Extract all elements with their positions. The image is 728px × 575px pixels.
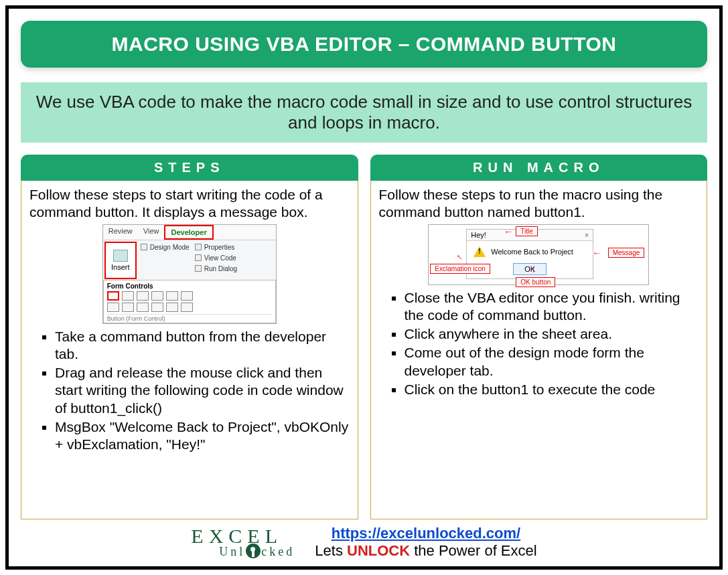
ribbon-tab-developer: Developer xyxy=(164,225,213,240)
tag-icon: Exclamation icon xyxy=(430,264,490,274)
msgbox-title: Hey! xyxy=(471,231,486,239)
columns: STEPS Follow these steps to start writin… xyxy=(21,155,707,519)
steps-column: STEPS Follow these steps to start writin… xyxy=(21,155,358,519)
ribbon-insert-button: Insert xyxy=(104,242,137,279)
footer-tag-pre: Lets xyxy=(315,542,347,559)
steps-body: Follow these steps to start writing the … xyxy=(21,181,358,519)
logo-top: EXCEL xyxy=(191,527,295,545)
msgbox-message: Welcome Back to Project xyxy=(491,248,573,256)
msgbox-diagram: Hey! × Welcome Back to Project OK T xyxy=(379,224,699,285)
list-item: Close the VBA editor once you finish. wr… xyxy=(405,289,699,325)
ribbon-diagram: Review View Developer Insert Design Mode xyxy=(29,224,350,324)
view-code-label: View Code xyxy=(204,253,236,263)
list-item: Drag and release the mouse click and the… xyxy=(55,364,350,417)
exclamation-icon xyxy=(474,246,486,257)
form-control-caption: Button (Form Control) xyxy=(107,314,272,322)
list-item: Click on the button1 to execute the code xyxy=(405,381,699,398)
footer: EXCEL Unlcked https://excelunlocked.com/… xyxy=(21,525,707,561)
list-item: Click anywhere in the sheet area. xyxy=(405,325,699,343)
list-item: Take a command button from the developer… xyxy=(55,328,350,363)
insert-icon xyxy=(113,250,128,262)
page-title: MACRO USING VBA EDITOR – COMMAND BUTTON xyxy=(21,21,707,68)
steps-intro: Follow these steps to start writing the … xyxy=(29,186,350,222)
tag-ok: OK button xyxy=(516,277,555,287)
page-subtitle: We use VBA code to make the macro code s… xyxy=(21,82,707,143)
design-mode-label: Design Mode xyxy=(150,242,190,252)
steps-header: STEPS xyxy=(21,155,358,181)
run-body: Follow these steps to run the macro usin… xyxy=(370,181,708,519)
tag-title: Title xyxy=(516,226,538,236)
steps-list: Take a command button from the developer… xyxy=(29,328,350,454)
ribbon-insert-label: Insert xyxy=(111,263,130,271)
run-header: RUN MACRO xyxy=(370,155,708,181)
ribbon-tab-review: Review xyxy=(103,225,138,240)
run-column: RUN MACRO Follow these steps to run the … xyxy=(370,155,708,519)
run-intro: Follow these steps to run the macro usin… xyxy=(379,186,699,222)
list-item: MsgBox "Welcome Back to Project", vbOKOn… xyxy=(55,418,350,454)
document-frame: MACRO USING VBA EDITOR – COMMAND BUTTON … xyxy=(5,5,723,570)
run-list: Close the VBA editor once you finish. wr… xyxy=(379,289,699,399)
ribbon-tab-view: View xyxy=(138,225,165,240)
list-item: Come out of the design mode form the dev… xyxy=(405,344,699,380)
logo-bottom: Unlcked xyxy=(219,544,295,558)
key-icon xyxy=(246,544,261,558)
footer-link[interactable]: https://excelunlocked.com/ xyxy=(332,525,520,542)
logo: EXCEL Unlcked xyxy=(191,527,295,558)
tag-message: Message xyxy=(608,248,645,258)
footer-tag-unlock: UNLOCK xyxy=(347,542,410,559)
run-dialog-label: Run Dialog xyxy=(204,264,237,274)
close-icon: × xyxy=(585,231,589,239)
button-control-icon xyxy=(107,291,119,301)
footer-tag-post: the Power of Excel xyxy=(410,542,537,559)
properties-label: Properties xyxy=(204,242,235,252)
form-controls-header: Form Controls xyxy=(107,282,272,290)
